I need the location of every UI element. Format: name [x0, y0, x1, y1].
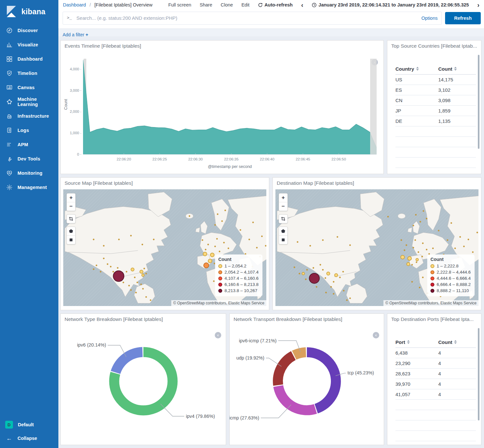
- map-point[interactable]: [320, 264, 321, 265]
- options-link[interactable]: Options: [421, 16, 438, 21]
- map-point[interactable]: [447, 240, 448, 241]
- map-point[interactable]: [309, 245, 311, 246]
- map-point[interactable]: [415, 240, 416, 241]
- map-point[interactable]: [349, 298, 351, 299]
- column-header-port[interactable]: Port: [395, 339, 438, 345]
- source-map[interactable]: + − Count 1 – 2,054.22,054.2 – 4,107.44,…: [63, 189, 266, 306]
- map-point[interactable]: [316, 286, 317, 288]
- events-timeline-area-chart[interactable]: [83, 59, 377, 155]
- map-point[interactable]: [299, 273, 300, 274]
- time-range-picker[interactable]: January 23rd 2019, 22:06:14.321 to Janua…: [312, 2, 469, 7]
- map-point[interactable]: [118, 239, 120, 240]
- map-point[interactable]: [411, 264, 413, 265]
- map-point[interactable]: [401, 240, 402, 241]
- map-point[interactable]: [346, 300, 347, 301]
- map-point[interactable]: [140, 270, 143, 273]
- column-header-country[interactable]: Country: [395, 66, 438, 72]
- map-point[interactable]: [334, 274, 338, 277]
- map-point[interactable]: [413, 225, 414, 226]
- map-point[interactable]: [248, 239, 250, 240]
- table-scrollbar[interactable]: [478, 55, 479, 149]
- map-point[interactable]: [130, 235, 132, 236]
- map-point[interactable]: [413, 247, 414, 248]
- map-point[interactable]: [144, 268, 145, 269]
- sidebar-item-infrastructure[interactable]: Infrastructure: [0, 109, 58, 123]
- map-point[interactable]: [297, 241, 298, 242]
- sidebar-item-canvas[interactable]: Canvas: [0, 80, 58, 95]
- network-transport-donut-chart[interactable]: tcp (45.23%)icmp (27.63%)udp (19.92%)ipv…: [229, 327, 384, 434]
- map-point[interactable]: [415, 214, 417, 216]
- table-scrollbar[interactable]: [478, 328, 479, 420]
- map-point[interactable]: [113, 271, 114, 272]
- map-point[interactable]: [103, 258, 104, 259]
- map-point[interactable]: [223, 242, 224, 243]
- map-point[interactable]: [252, 222, 254, 223]
- map-point[interactable]: [422, 256, 423, 257]
- sidebar-item-monitoring[interactable]: Monitoring: [0, 166, 58, 180]
- map-point[interactable]: [110, 266, 111, 267]
- map-point[interactable]: [153, 239, 154, 240]
- map-zoom-out-button[interactable]: −: [67, 202, 75, 211]
- map-point[interactable]: [123, 282, 124, 283]
- map-point[interactable]: [135, 292, 137, 293]
- map-point[interactable]: [107, 264, 108, 265]
- time-forward-chevron[interactable]: ›: [477, 2, 479, 8]
- map-point[interactable]: [137, 282, 138, 283]
- map-point[interactable]: [146, 273, 147, 274]
- map-point[interactable]: [142, 274, 144, 277]
- map-point[interactable]: [217, 214, 218, 215]
- sidebar-item-ml[interactable]: Machine Learning: [0, 95, 58, 109]
- column-header-count[interactable]: Count: [438, 66, 476, 72]
- map-point[interactable]: [128, 285, 130, 286]
- map-point[interactable]: [438, 230, 439, 231]
- map-point[interactable]: [214, 246, 216, 247]
- map-point[interactable]: [222, 220, 223, 222]
- map-point[interactable]: [240, 229, 241, 230]
- time-back-chevron[interactable]: ‹: [301, 2, 303, 8]
- map-point[interactable]: [134, 277, 135, 278]
- map-point[interactable]: [130, 289, 132, 291]
- map-point[interactable]: [93, 268, 94, 270]
- map-point[interactable]: [327, 272, 330, 275]
- map-point[interactable]: [204, 263, 209, 268]
- map-point[interactable]: [131, 268, 134, 271]
- map-point[interactable]: [420, 221, 421, 222]
- map-point[interactable]: [228, 248, 229, 249]
- menu-clone[interactable]: Clone: [221, 2, 233, 7]
- map-point[interactable]: [113, 271, 124, 281]
- map-point[interactable]: [202, 240, 203, 241]
- map-point[interactable]: [343, 271, 344, 272]
- map-point[interactable]: [333, 281, 334, 282]
- map-point[interactable]: [313, 267, 314, 268]
- map-point[interactable]: [416, 262, 417, 263]
- map-point[interactable]: [224, 210, 226, 211]
- map-point[interactable]: [305, 279, 307, 280]
- map-point[interactable]: [140, 284, 142, 285]
- map-point[interactable]: [214, 224, 216, 226]
- auto-refresh-button[interactable]: Auto-refresh: [258, 2, 293, 7]
- map-point[interactable]: [96, 265, 97, 266]
- map-point[interactable]: [404, 250, 405, 251]
- map-point[interactable]: [203, 252, 207, 256]
- network-type-donut-chart[interactable]: ipv4 (79.86%)ipv6 (20.14%): [66, 327, 221, 434]
- map-point[interactable]: [468, 239, 469, 240]
- map-point[interactable]: [422, 277, 423, 278]
- map-point[interactable]: [325, 292, 327, 293]
- map-point[interactable]: [426, 249, 427, 250]
- map-point[interactable]: [460, 236, 461, 238]
- map-point[interactable]: [419, 287, 420, 288]
- map-point[interactable]: [210, 253, 214, 257]
- map-point[interactable]: [322, 240, 323, 241]
- map-draw-polygon-button[interactable]: [67, 227, 75, 235]
- menu-share[interactable]: Share: [200, 2, 212, 7]
- map-point[interactable]: [103, 245, 104, 246]
- sidebar-item-devtools[interactable]: Dev Tools: [0, 152, 58, 166]
- map-draw-rectangle-button[interactable]: [67, 235, 75, 244]
- map-point[interactable]: [213, 280, 214, 282]
- map-point[interactable]: [100, 271, 101, 272]
- map-fit-bounds-button[interactable]: [279, 215, 287, 223]
- map-point[interactable]: [337, 236, 338, 238]
- map-point[interactable]: [219, 251, 220, 252]
- map-point[interactable]: [416, 258, 418, 261]
- map-point[interactable]: [422, 242, 423, 244]
